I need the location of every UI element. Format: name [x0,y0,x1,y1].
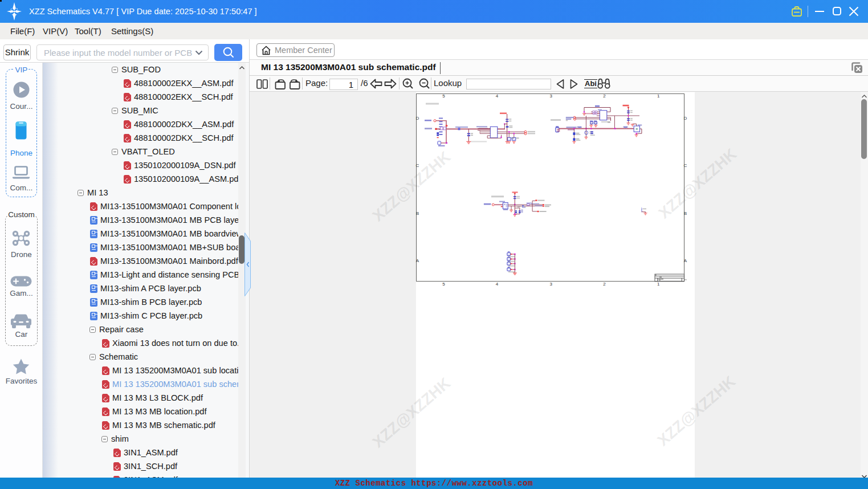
svg-text:4: 4 [496,93,499,99]
svg-text:C: C [416,163,419,168]
svg-text:A: A [684,258,687,263]
svg-text:5: 5 [442,93,445,99]
svg-text:D: D [684,116,687,121]
svg-text:C: C [684,163,687,168]
svg-text:4: 4 [496,282,499,287]
svg-text:5: 5 [442,282,445,287]
svg-text:A: A [416,258,419,263]
svg-text:D: D [416,116,419,121]
svg-text:B: B [416,211,419,216]
svg-text:3: 3 [549,282,552,287]
svg-text:2: 2 [603,282,606,287]
svg-text:1: 1 [657,282,660,287]
svg-text:2: 2 [603,93,606,99]
svg-text:3: 3 [549,93,552,99]
svg-text:B: B [684,211,687,216]
svg-text:1: 1 [657,93,660,99]
